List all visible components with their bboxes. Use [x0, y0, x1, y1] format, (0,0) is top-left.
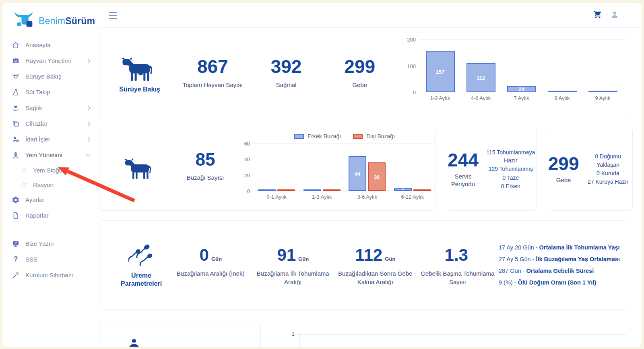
cart-icon[interactable] — [593, 10, 602, 21]
legend-item: Erkek Buzağı — [294, 133, 341, 139]
sidebar-subitem-yem-stogu[interactable]: Yem Stoğu — [2, 163, 98, 177]
app-window: BenimSürüm Anasayfa Hayvan Yönetimi Sürü… — [2, 3, 642, 347]
sidebar-item-suruye-bakis[interactable]: Sürüye Bakış — [2, 69, 98, 84]
stat-pregnant-count: 299 Gebe — [548, 154, 579, 184]
main-area: Sürüye Bakış 867 Toplam Hayvan Sayısı 39… — [98, 3, 642, 347]
bar — [548, 91, 577, 92]
home-icon — [11, 41, 20, 49]
bar: 44 — [349, 156, 366, 191]
detail-line: 129 Tohumlanmış — [485, 165, 536, 173]
feed-corn-icon — [11, 151, 20, 159]
sidebar: BenimSürüm Anasayfa Hayvan Yönetimi Sürü… — [2, 3, 98, 347]
chevron-right-icon — [86, 121, 90, 126]
herd-card-title: Sürüye Bakış — [119, 85, 160, 93]
document-icon — [11, 211, 20, 220]
x-axis-label: 6-12 Aylık — [390, 194, 436, 200]
metric-row: 9 (%) - Ölü Doğum Oranı (Son 1 Yıl) — [499, 277, 624, 289]
service-period-details: 115 Tohumlanmaya Hazır 129 Tohumlanmış 0… — [485, 148, 536, 191]
admin-user-gear-icon — [11, 135, 20, 143]
chart-legend: Erkek BuzağıDişi Buzağı — [254, 133, 435, 139]
bar: 24 — [507, 86, 536, 92]
stat-inseminations-per-pregnancy: 1.3 Gebelik Başına Tohumlama Sayısı — [417, 247, 499, 286]
sidebar-item-saglik[interactable]: Sağlık — [2, 100, 98, 116]
stat-calving-first-insemination: 91Gün Buzağılama İlk Tohumlama Aralığı — [252, 247, 334, 286]
gear-icon — [11, 195, 20, 204]
bar — [413, 189, 431, 191]
sidebar-item-ayarlar[interactable]: Ayarlar — [2, 192, 98, 208]
sidebar-item-raporlar[interactable]: Raporlar — [2, 208, 98, 223]
hamburger-menu-icon[interactable] — [109, 12, 117, 19]
metric-row: 27 Ay 5 Gün - İlk Buzağılama Yaş Ortalam… — [499, 253, 624, 265]
stat-pregnant: 299 Gebe — [323, 57, 396, 88]
x-axis-label: 4-6 Aylık — [460, 95, 501, 101]
stat-calving-interval: 0Gün Buzağılama Aralığı (İnek) — [169, 247, 252, 278]
devices-icon — [11, 119, 20, 128]
bottom-chart-gridline — [297, 334, 626, 334]
calf-card: 85 Buzağı Sayısı Erkek BuzağıDişi Buzağı… — [99, 128, 436, 211]
metric-row: 287 Gün - Ortalama Gebelik Süresi — [499, 265, 624, 277]
breeding-metrics-list: 17 Ay 20 Gün - Ortalama İlk Tohumlama Ya… — [499, 242, 624, 289]
sidebar-item-cihazlar[interactable]: Cihazlar — [2, 116, 98, 131]
bar: 112 — [466, 63, 495, 92]
dashboard-content: Sürüye Bakış 867 Toplam Hayvan Sayısı 39… — [98, 28, 642, 347]
bar — [277, 189, 295, 191]
x-axis-label: 7 Aylık — [501, 95, 542, 101]
bar — [588, 91, 617, 92]
calf-icon — [124, 158, 157, 180]
bottom-chart-axis — [299, 334, 299, 347]
detail-line: 27 Kuruya Hazır — [584, 178, 632, 186]
magic-wand-icon — [11, 271, 20, 279]
stat-service-period: 244 Servis Periyodu — [447, 151, 479, 188]
bar — [303, 189, 321, 191]
service-period-card: 244 Servis Periyodu 115 Tohumlanmaya Haz… — [447, 128, 537, 211]
x-axis-label: 8 Aylık — [542, 95, 582, 101]
sidebar-item-sut-takip[interactable]: Süt Takip — [2, 84, 98, 100]
bar: 4 — [394, 188, 412, 191]
flask-icon — [11, 88, 20, 96]
chevron-down-icon — [86, 152, 90, 156]
herd-overview-card: Sürüye Bakış 867 Toplam Hayvan Sayısı 39… — [99, 33, 627, 118]
sidebar-item-anasayfa[interactable]: Anasayfa — [2, 37, 98, 53]
sidebar-item-kurulum-sihirbazi[interactable]: Kurulum Sihirbazı — [2, 267, 98, 283]
milk-card-partial — [99, 324, 261, 347]
detail-line: 0 Taze — [485, 174, 536, 182]
chevron-right-icon — [86, 58, 90, 63]
milk-can-icon — [124, 339, 144, 347]
sidebar-item-yem-yonetimi[interactable]: Yem Yönetimi — [2, 147, 98, 163]
bar — [323, 189, 341, 191]
bullet-circle-icon — [23, 168, 26, 172]
bull-logo-icon — [13, 10, 38, 31]
chevron-right-icon — [86, 137, 90, 141]
stat-total-animals: 867 Toplam Hayvan Sayısı — [176, 57, 250, 88]
legend-item: Dişi Buzağı — [353, 133, 395, 139]
cow-icon — [120, 57, 159, 82]
health-heart-hand-icon — [11, 104, 20, 112]
stat-days-open: 112Gün Buzağıladıktan Sonra Gebe Kalma A… — [334, 247, 417, 286]
breeding-card-title: Üreme Parametreleri — [119, 272, 163, 288]
sidebar-item-sss[interactable]: ? SSS — [2, 251, 98, 267]
detail-line: 0 Erken — [485, 182, 536, 190]
sidebar-subitem-rasyon[interactable]: Rasyon — [2, 177, 98, 192]
x-axis-label: 3-6 Aylık — [345, 194, 390, 200]
sidebar-item-bize-yazin[interactable]: ? Bize Yazın — [2, 236, 98, 251]
detail-line: 115 Tohumlanmaya Hazır — [485, 148, 536, 165]
svg-text:?: ? — [13, 256, 18, 263]
bottom-row: 1 — [99, 324, 627, 347]
bar: 157 — [426, 51, 455, 92]
topbar — [98, 3, 642, 28]
bar: 36 — [368, 162, 386, 191]
brand-logo[interactable]: BenimSürüm — [2, 6, 98, 37]
sperm-icon — [128, 243, 154, 268]
svg-text:?: ? — [14, 241, 17, 245]
x-axis-label: 1-3 Aylık — [299, 194, 345, 200]
sidebar-item-hayvan-yonetimi[interactable]: Hayvan Yönetimi — [2, 53, 98, 69]
sidebar-divider — [9, 230, 91, 230]
user-profile-icon[interactable] — [610, 10, 619, 21]
detail-line: 0 Kuruda — [584, 169, 632, 177]
calf-age-distribution-chart: Erkek BuzağıDişi Buzağı0204060443640-1 A… — [239, 133, 435, 200]
stat-calf-count: 85 Buzağı Sayısı — [175, 151, 235, 181]
bottom-chart-ytick: 1 — [285, 331, 295, 337]
sidebar-item-idari-isler[interactable]: İdari İşler — [2, 131, 98, 147]
pregnant-card: 299 Gebe 0 Doğumu Yaklaşan 0 Kuruda 27 K… — [548, 128, 633, 211]
herd-age-distribution-chart: 0100200157112241-3 Aylık4-6 Aylık7 Aylık… — [405, 39, 625, 101]
